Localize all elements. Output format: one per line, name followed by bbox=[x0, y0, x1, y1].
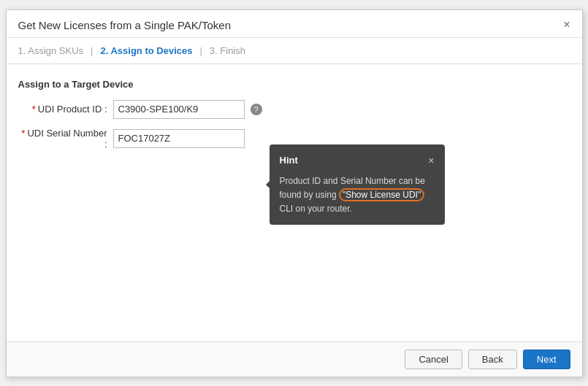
hint-close-icon[interactable]: × bbox=[428, 153, 434, 169]
step-sep-1: | bbox=[91, 45, 93, 56]
steps-bar: 1. Assign SKUs | 2. Assign to Devices | … bbox=[7, 38, 582, 64]
back-button[interactable]: Back bbox=[468, 350, 517, 369]
serial-number-required-star: * bbox=[21, 128, 25, 139]
dialog-footer: Cancel Back Next bbox=[7, 341, 582, 377]
dialog-title: Get New Licenses from a Single PAK/Token bbox=[18, 19, 232, 31]
hint-popup-header: Hint × bbox=[280, 153, 435, 169]
hint-text-after: CLI on your router. bbox=[280, 204, 352, 214]
step-assign-devices: 2. Assign to Devices bbox=[101, 45, 193, 56]
hint-highlight: "Show License UDI" bbox=[339, 188, 424, 201]
section-title: Assign to a Target Device bbox=[18, 79, 570, 90]
dialog-body: Assign to a Target Device *UDI Product I… bbox=[7, 64, 582, 341]
product-id-input[interactable] bbox=[113, 100, 245, 119]
hint-trigger-icon[interactable]: ? bbox=[251, 104, 262, 115]
serial-number-label: *UDI Serial Number : bbox=[18, 128, 113, 150]
hint-popup: Hint × Product ID and Serial Number can … bbox=[270, 144, 445, 225]
step-finish: 3. Finish bbox=[210, 45, 245, 56]
product-id-label: *UDI Product ID : bbox=[18, 104, 113, 115]
close-icon[interactable]: × bbox=[563, 19, 570, 31]
product-id-row: *UDI Product ID : ? bbox=[18, 100, 570, 119]
hint-text: Product ID and Serial Number can be foun… bbox=[280, 174, 435, 217]
hint-title: Hint bbox=[280, 153, 298, 168]
dialog-header: Get New Licenses from a Single PAK/Token… bbox=[7, 10, 582, 38]
cancel-button[interactable]: Cancel bbox=[405, 350, 462, 369]
step-sep-2: | bbox=[199, 45, 202, 56]
product-id-required-star: * bbox=[32, 104, 36, 115]
next-button[interactable]: Next bbox=[523, 350, 570, 369]
step-assign-skus: 1. Assign SKUs bbox=[18, 45, 84, 56]
serial-number-input[interactable] bbox=[113, 129, 245, 148]
main-dialog: Get New Licenses from a Single PAK/Token… bbox=[6, 9, 583, 377]
